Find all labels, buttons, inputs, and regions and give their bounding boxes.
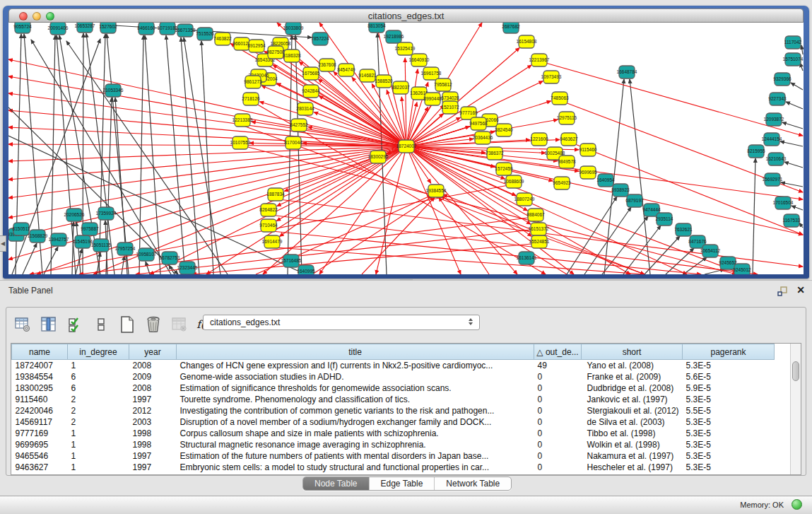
graph-node[interactable]: 16640910: [409, 54, 430, 66]
graph-node[interactable]: 21053346: [103, 84, 124, 97]
table-row[interactable]: 1830029562008Estimation of significance …: [12, 382, 775, 394]
graph-edge[interactable]: [288, 35, 292, 274]
graph-node[interactable]: 9146821: [358, 69, 377, 82]
graph-edge[interactable]: [184, 37, 220, 274]
graph-node[interactable]: 1167533: [783, 214, 801, 227]
graph-node[interactable]: 1572459: [495, 163, 513, 175]
graph-node[interactable]: 2718126: [242, 93, 260, 105]
graph-node[interactable]: 2687682: [502, 23, 520, 33]
graph-node[interactable]: 9827508: [266, 46, 285, 59]
graph-node[interactable]: 10688609: [504, 175, 524, 188]
graph-node[interactable]: 9975887: [81, 223, 99, 235]
graph-node[interactable]: 12213383: [233, 114, 253, 127]
graph-node[interactable]: 1588520: [375, 75, 393, 88]
column-header-short[interactable]: short: [582, 344, 683, 360]
tab-node-table[interactable]: Node Table: [303, 477, 370, 490]
graph-node[interactable]: 8454749: [337, 64, 355, 76]
graph-node[interactable]: 15524851: [529, 235, 550, 248]
graph-node[interactable]: 19218986: [384, 30, 404, 43]
column-header-name[interactable]: name: [12, 344, 68, 360]
graph-edge[interactable]: [786, 102, 803, 109]
delete-table-icon[interactable]: [170, 315, 189, 334]
column-header-indegree[interactable]: in_degree: [68, 344, 129, 360]
graph-edge[interactable]: [272, 231, 701, 274]
close-panel-icon[interactable]: ✕: [796, 284, 805, 296]
graph-node[interactable]: 10107553: [230, 136, 251, 149]
graph-node[interactable]: 15751074: [783, 53, 804, 66]
table-row[interactable]: 946554611997Estimation of the future num…: [12, 450, 775, 462]
graph-node[interactable]: 16151372: [529, 223, 549, 235]
graph-node[interactable]: 2803144: [296, 103, 314, 115]
table-vertical-scrollbar[interactable]: [790, 344, 801, 474]
graph-node[interactable]: 12975115: [557, 112, 577, 124]
table-row[interactable]: 1456911722003Disruption of a novel membe…: [12, 416, 775, 428]
column-header-title[interactable]: title: [177, 344, 534, 360]
network-window-titlebar[interactable]: citations_edges.txt: [8, 8, 804, 23]
graph-node[interactable]: 9055724: [13, 23, 32, 33]
graph-node[interactable]: 7463822: [213, 33, 232, 45]
graph-edge[interactable]: [145, 35, 160, 274]
graph-node[interactable]: 9884067: [526, 209, 545, 221]
graph-node[interactable]: 12093872: [764, 113, 784, 126]
graph-node[interactable]: 18807249: [514, 193, 535, 206]
graph-node[interactable]: 16914479: [262, 235, 283, 248]
graph-node[interactable]: 13942757: [49, 233, 69, 246]
graph-node[interactable]: 8990448: [423, 93, 442, 105]
table-row[interactable]: 1938455462009Genome-wide association stu…: [12, 371, 775, 382]
graph-edge[interactable]: [780, 141, 803, 146]
graph-node[interactable]: 16782753: [160, 252, 180, 264]
table-settings-icon[interactable]: [13, 315, 32, 334]
graph-node[interactable]: 18300295: [368, 151, 389, 163]
graph-edge[interactable]: [276, 247, 645, 274]
graph-node[interactable]: 8186328: [283, 49, 301, 62]
graph-edge[interactable]: [799, 223, 803, 228]
graph-node[interactable]: 8466160: [137, 23, 155, 35]
graph-edge[interactable]: [784, 162, 803, 168]
graph-node[interactable]: 12323445: [177, 262, 198, 274]
graph-node[interactable]: 12444154: [762, 133, 782, 146]
graph-node[interactable]: 8264822: [259, 204, 278, 216]
graph-node[interactable]: 20364436: [473, 132, 493, 144]
float-panel-icon[interactable]: [777, 286, 788, 296]
table-row[interactable]: 969969511998Structural magnetic resonanc…: [12, 439, 775, 450]
graph-node[interactable]: 20206526: [64, 209, 85, 221]
row-select-icon[interactable]: [66, 315, 84, 334]
new-table-icon[interactable]: [118, 315, 136, 334]
graph-node[interactable]: 15716485: [281, 255, 302, 267]
graph-edge[interactable]: [122, 256, 124, 274]
graph-edge[interactable]: [284, 146, 406, 192]
graph-node[interactable]: 9861273: [244, 76, 262, 88]
graph-node[interactable]: 9699695: [579, 166, 597, 179]
table-select-dropdown[interactable]: citations_edges.txt: [203, 315, 480, 330]
graph-node[interactable]: 11568829: [28, 230, 48, 243]
graph-node[interactable]: 8822037: [392, 81, 410, 94]
table-row[interactable]: 977716911998Corpus callosum shape and si…: [12, 428, 775, 439]
graph-node[interactable]: 9242844: [302, 85, 320, 98]
graph-node[interactable]: 9497568: [469, 117, 488, 130]
graph-node[interactable]: 11545194: [73, 235, 93, 248]
graph-edge[interactable]: [781, 182, 803, 187]
graph-node[interactable]: 3824540: [495, 124, 513, 136]
graph-node[interactable]: 10958107: [136, 248, 157, 261]
graph-edge[interactable]: [406, 69, 418, 146]
scrollbar-thumb[interactable]: [792, 361, 799, 381]
graph-node[interactable]: 8938923: [611, 184, 630, 197]
column-header-outde[interactable]: △ out_de...: [534, 344, 582, 360]
graph-node[interactable]: 8813054: [367, 23, 386, 33]
graph-node[interactable]: 17359924: [96, 207, 117, 220]
graph-node[interactable]: 17016504: [773, 197, 794, 209]
graph-node[interactable]: 10654112: [700, 245, 721, 257]
graph-node[interactable]: 17957254: [115, 243, 136, 255]
graph-edge[interactable]: [792, 206, 803, 210]
graph-node[interactable]: 10973493: [541, 71, 562, 83]
graph-node[interactable]: 15325419: [395, 42, 416, 55]
column-header-year[interactable]: year: [129, 344, 177, 360]
graph-edge[interactable]: [362, 197, 435, 274]
graph-node[interactable]: 1521072: [441, 101, 459, 114]
graph-node[interactable]: 1221600: [530, 133, 548, 146]
graph-edge[interactable]: [150, 146, 406, 274]
graph-node[interactable]: 1117042: [784, 36, 802, 49]
graph-edge[interactable]: [782, 122, 803, 129]
graph-edge[interactable]: [753, 158, 755, 274]
graph-edge[interactable]: [791, 83, 803, 90]
